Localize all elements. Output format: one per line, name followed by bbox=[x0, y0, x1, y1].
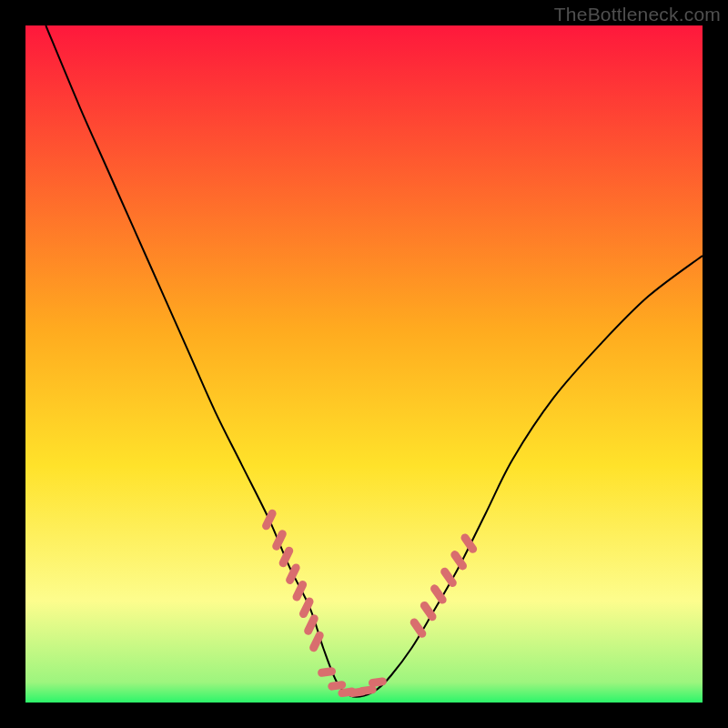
chart-svg bbox=[25, 25, 703, 703]
plot-area bbox=[25, 25, 703, 703]
chart-frame: TheBottleneck.com bbox=[0, 0, 728, 728]
watermark-text: TheBottleneck.com bbox=[554, 4, 721, 25]
gradient-background bbox=[25, 25, 703, 703]
